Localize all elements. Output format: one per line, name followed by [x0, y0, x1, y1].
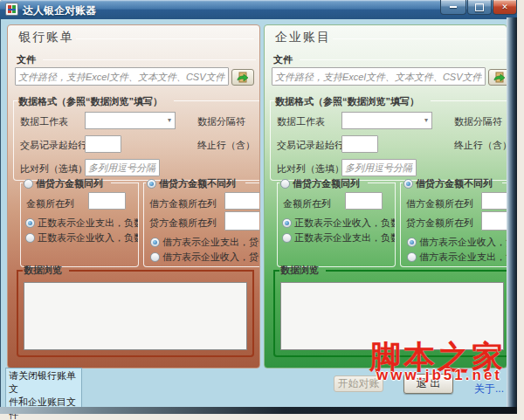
close-button[interactable]: ✕	[493, 0, 517, 15]
ent-amount-col-input[interactable]	[345, 192, 383, 210]
bank-sheet-dropdown[interactable]: ▾	[85, 112, 176, 129]
option-label: 借方表示企业支出，贷数	[419, 251, 507, 264]
ent-debit-col-input[interactable]	[481, 192, 507, 210]
ent-credit-col-label: 贷方金额所在列	[406, 217, 473, 230]
radio-unchecked-icon[interactable]	[407, 252, 417, 262]
window-title: 达人银企对账器	[23, 3, 96, 18]
ent-compare-col-input[interactable]	[341, 159, 417, 176]
bank-panel-title: 银行账单	[18, 30, 74, 45]
ent-debit-income-option[interactable]: 借方表示企业收入，贷数	[407, 236, 507, 249]
bank-credit-col-input[interactable]	[224, 211, 260, 231]
radio-checked-icon[interactable]	[282, 218, 292, 228]
ent-sheet-dropdown[interactable]: ▾	[341, 112, 432, 129]
bank-preview-list[interactable]	[24, 282, 247, 350]
ent-preview-label: 数据浏览	[280, 264, 319, 277]
bank-same-col-option[interactable]: 借贷方金额同列	[24, 177, 103, 190]
bank-panel: 银行账单 文件 数据格式（参照“数据浏览”填写） 数据工作表 ▾	[7, 24, 260, 368]
bank-diff-col-option[interactable]: 借贷方金额不同列	[147, 177, 236, 190]
bank-sheet-label: 数据工作表	[20, 115, 68, 128]
bank-format-group-title: 数据格式（参照“数据浏览”填写）	[18, 95, 162, 108]
minimize-button[interactable]	[440, 0, 466, 15]
bank-same-col-label: 借贷方金额同列	[36, 177, 103, 190]
chevron-down-icon: ▾	[424, 116, 428, 124]
bank-compare-col-input[interactable]	[85, 159, 160, 176]
divider	[13, 100, 17, 101]
ent-positive-expense-option[interactable]: 正数表示企业支出，负数	[282, 231, 396, 244]
ent-start-row-label: 交易记录起始行	[277, 139, 344, 152]
bank-credit-col-label: 贷方金额所在列	[149, 217, 217, 230]
open-file-icon	[493, 72, 507, 84]
status-line: 请关闭银行账单文	[9, 369, 79, 396]
window-frame-right	[507, 17, 517, 414]
watermark-url: www.jb51.net	[376, 367, 502, 384]
ent-file-label: 文件	[273, 53, 293, 66]
ent-amount-col-label: 金额所在列	[283, 197, 331, 210]
divider	[333, 38, 507, 39]
bank-debit-income-option[interactable]: 借方表示企业收入，贷数	[150, 251, 260, 264]
divider	[43, 59, 256, 60]
option-label: 借方表示企业收入，贷数	[419, 236, 507, 249]
bank-positive-income-option[interactable]: 正数表示企业收入，负数	[25, 231, 139, 244]
ent-format-group-title: 数据格式（参照“数据浏览”填写）	[275, 95, 419, 108]
ent-same-col-option[interactable]: 借贷方金额同列	[280, 177, 360, 190]
ent-separator-label: 数据分隔符	[454, 115, 502, 128]
bank-preview-group	[17, 270, 254, 357]
radio-checked-icon[interactable]	[407, 238, 417, 247]
maximize-button[interactable]	[467, 0, 492, 15]
radio-checked-icon[interactable]	[150, 238, 160, 247]
bank-debit-expense-option[interactable]: 借方表示企业支出，贷数	[150, 236, 260, 249]
bank-diff-col-label: 借贷方金额不同列	[159, 177, 236, 190]
ent-same-col-label: 借贷方金额同列	[293, 177, 360, 190]
divider	[270, 100, 274, 101]
radio-unchecked-icon[interactable]	[24, 179, 33, 189]
radio-checked-icon[interactable]	[403, 179, 413, 189]
divider	[300, 59, 507, 60]
bank-preview-label: 数据浏览	[24, 264, 62, 277]
bank-amount-col-label: 金额所在列	[26, 197, 74, 210]
bank-file-label: 文件	[17, 53, 36, 66]
bank-browse-button[interactable]	[231, 69, 254, 86]
bank-amount-col-input[interactable]	[88, 192, 126, 210]
bank-separator-label: 数据分隔符	[197, 115, 245, 128]
bank-end-row-label: 终止行（含）	[197, 139, 255, 152]
ent-diff-col-option[interactable]: 借贷方金额不同列	[403, 177, 493, 190]
bank-compare-col-label: 比对列（选填）	[20, 162, 87, 176]
ent-positive-income-option[interactable]: 正数表示企业收入，负数	[282, 217, 396, 230]
radio-unchecked-icon[interactable]	[25, 233, 35, 243]
titlebar[interactable]: 达人银企对账器 ✕	[0, 0, 517, 19]
ent-file-path-input[interactable]	[272, 67, 486, 86]
ent-sheet-label: 数据工作表	[277, 115, 325, 128]
close-icon: ✕	[501, 3, 508, 11]
screenshot-root: 达人银企对账器 ✕ 银行账单 文件	[0, 0, 524, 420]
divider	[76, 38, 254, 39]
ent-start-row-input[interactable]	[341, 135, 378, 153]
divider	[431, 100, 507, 101]
option-label: 正数表示企业支出，负数	[38, 217, 139, 230]
maximize-icon	[475, 3, 484, 11]
bank-start-row-input[interactable]	[85, 135, 121, 153]
bank-diff-col-group: 借方金额所在列 贷方金额所在列 借方表示企业支出，贷数 借方表示企业收入，贷数	[143, 182, 260, 267]
radio-unchecked-icon[interactable]	[150, 252, 160, 262]
ent-browse-button[interactable]	[488, 69, 507, 86]
bank-positive-expense-option[interactable]: 正数表示企业支出，负数	[25, 217, 139, 230]
ent-diff-col-group: 借方金额所在列 贷方金额所在列 借方表示企业收入，贷数 借方表示企业支出，贷数	[400, 182, 507, 267]
enterprise-panel: 企业账目 文件 数据格式（参照“数据浏览”填写） 数据工作表 ▾ 数据分隔符	[264, 24, 507, 368]
radio-checked-icon[interactable]	[147, 179, 156, 189]
radio-unchecked-icon[interactable]	[282, 233, 292, 243]
option-label: 正数表示企业支出，负数	[294, 231, 396, 244]
open-file-icon	[236, 72, 250, 84]
status-message: 请关闭银行账单文 件和企业账目文件 后使用本程序。	[5, 368, 82, 408]
ent-end-row-label: 终止行（含）	[454, 139, 507, 152]
ent-debit-expense-option[interactable]: 借方表示企业支出，贷数	[407, 251, 507, 264]
option-label: 借方表示企业支出，贷数	[162, 236, 260, 249]
chevron-down-icon: ▾	[168, 116, 171, 124]
radio-unchecked-icon[interactable]	[280, 179, 290, 189]
window-frame-bottom	[0, 407, 517, 414]
app-icon	[5, 3, 18, 16]
option-label: 正数表示企业收入，负数	[38, 231, 139, 244]
radio-checked-icon[interactable]	[25, 218, 35, 228]
ent-credit-col-input[interactable]	[481, 211, 507, 231]
bank-file-path-input[interactable]	[15, 67, 229, 86]
ent-diff-col-label: 借贷方金额不同列	[416, 177, 493, 190]
bank-debit-col-input[interactable]	[224, 192, 260, 210]
